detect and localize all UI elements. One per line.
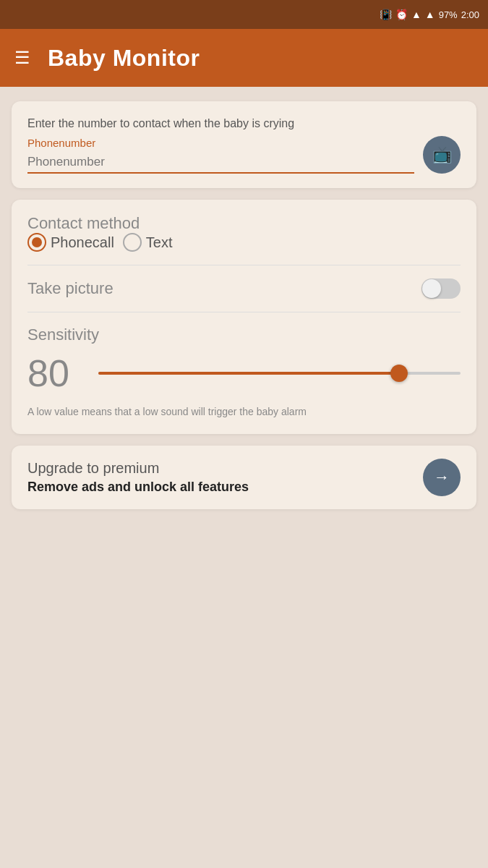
radio-phonecall-inner [32,237,42,247]
take-picture-row: Take picture [27,278,461,299]
radio-phonecall-label: Phonecall [51,234,114,251]
alarm-icon: ⏰ [395,9,408,20]
sensitivity-value: 80 [27,352,85,395]
battery-text: 97% [439,9,458,20]
slider-thumb [390,365,408,382]
premium-arrow-button[interactable]: → [423,459,461,496]
phone-description: Enter the number to contact when the bab… [27,116,461,132]
contact-method-row: Contact method Phonecall Text [27,214,461,252]
take-picture-label: Take picture [27,279,114,298]
radio-text[interactable]: Text [123,233,173,252]
slider-track-fill [98,372,399,375]
app-title: Baby Monitor [48,45,200,72]
radio-group: Phonecall Text [27,233,461,252]
radio-phonecall[interactable]: Phonecall [27,233,114,252]
phone-placeholder-label: Phonenumber [27,137,414,149]
main-content: Enter the number to contact when the bab… [0,87,488,868]
phone-input[interactable] [27,152,414,174]
settings-card: Contact method Phonecall Text Take pic [12,200,476,434]
premium-text: Upgrade to premium Remove ads and unlock… [27,460,249,495]
contacts-button[interactable]: 📺 [423,136,461,174]
wifi-icon: ▲ [411,9,421,20]
sensitivity-row: 80 [27,352,461,395]
contacts-icon: 📺 [432,145,452,164]
phone-input-row: Phonenumber 📺 [27,136,461,174]
status-icons: 📳 ⏰ ▲ ▲ 97% 2:00 [380,9,479,20]
radio-text-outer [123,233,142,252]
take-picture-toggle[interactable] [421,278,461,299]
phone-number-card: Enter the number to contact when the bab… [12,101,476,188]
premium-arrow-icon: → [434,468,450,487]
divider-1 [27,265,461,265]
signal-icon: ▲ [425,9,435,20]
app-bar: ☰ Baby Monitor [0,29,488,87]
contact-method-label: Contact method [27,214,140,232]
sensitivity-slider[interactable] [98,362,461,384]
sensitivity-label: Sensitivity [27,326,461,344]
radio-text-label: Text [146,234,173,251]
divider-2 [27,312,461,312]
status-bar: 📳 ⏰ ▲ ▲ 97% 2:00 [0,0,488,29]
sensitivity-section: Sensitivity 80 A low value means that a … [27,326,461,420]
premium-card: Upgrade to premium Remove ads and unlock… [12,446,476,509]
phone-input-wrap: Phonenumber [27,137,414,174]
vibrate-icon: 📳 [380,9,392,20]
radio-phonecall-outer [27,233,46,252]
time-text: 2:00 [461,9,479,20]
menu-icon[interactable]: ☰ [14,49,30,67]
premium-title: Upgrade to premium [27,460,249,477]
sensitivity-hint: A low value means that a low sound will … [27,405,461,420]
toggle-knob [422,279,441,298]
premium-subtitle: Remove ads and unlock all features [27,480,249,495]
